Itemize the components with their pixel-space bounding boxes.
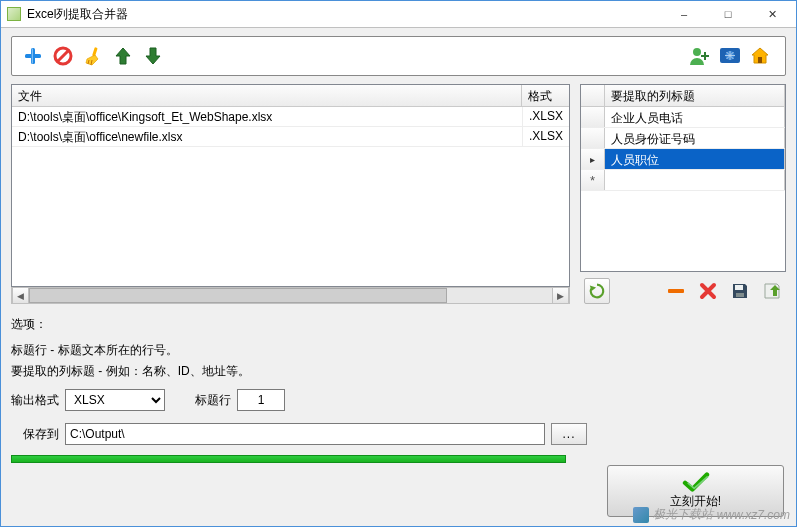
reload-columns-button[interactable]	[584, 278, 610, 304]
cell-file: D:\tools\桌面\office\newfile.xlsx	[12, 127, 522, 146]
column-cell[interactable]	[605, 170, 785, 190]
browse-button-label: ...	[562, 427, 575, 441]
main-split: 文件 格式 D:\tools\桌面\office\Kingsoft_Et_Web…	[11, 84, 786, 304]
account-button[interactable]	[687, 43, 713, 69]
options-label: 选项：	[11, 314, 786, 334]
table-row[interactable]: D:\tools\桌面\office\newfile.xlsx .XLSX	[12, 127, 569, 147]
row-selector[interactable]	[581, 149, 605, 169]
clear-columns-button[interactable]	[694, 278, 722, 304]
options-text: 选项： 标题行 - 标题文本所在的行号。 要提取的列标题 - 例如：名称、ID、…	[11, 314, 786, 381]
cell-format: .XLSX	[522, 107, 569, 126]
scroll-right-icon[interactable]: ▶	[552, 288, 569, 303]
load-columns-button[interactable]	[758, 278, 786, 304]
svg-rect-14	[668, 289, 684, 293]
svg-rect-13	[758, 57, 762, 63]
header-row-input[interactable]	[237, 389, 285, 411]
table-row[interactable]: D:\tools\桌面\office\Kingsoft_Et_WebShape.…	[12, 107, 569, 127]
svg-rect-16	[736, 293, 744, 297]
home-icon	[750, 46, 770, 66]
options-line2: 要提取的列标题 - 例如：名称、ID、地址等。	[11, 361, 786, 381]
start-button[interactable]: 立刻开始!	[607, 465, 784, 517]
col-header-file[interactable]: 文件	[12, 85, 522, 106]
row-selector[interactable]	[581, 107, 605, 127]
svg-line-4	[58, 51, 68, 61]
file-grid-hscroll[interactable]: ◀ ▶	[11, 287, 570, 304]
start-button-label: 立刻开始!	[670, 493, 721, 510]
header-row-label: 标题行	[195, 392, 231, 409]
save-icon	[730, 281, 750, 301]
col-header-title[interactable]: 要提取的列标题	[605, 85, 785, 106]
delete-icon	[698, 281, 718, 301]
column-cell[interactable]: 人员身份证号码	[605, 128, 785, 148]
svg-point-8	[693, 48, 701, 56]
output-format-label: 输出格式	[11, 392, 59, 409]
column-row-new[interactable]	[581, 170, 785, 191]
maximize-button[interactable]: □	[706, 1, 750, 27]
browse-button[interactable]: ...	[551, 423, 587, 445]
svg-rect-10	[701, 55, 709, 57]
arrow-down-icon	[143, 46, 163, 66]
cell-format: .XLSX	[522, 127, 569, 146]
window-controls: – □ ✕	[662, 1, 794, 27]
file-list-panel: 文件 格式 D:\tools\桌面\office\Kingsoft_Et_Web…	[11, 84, 570, 304]
remove-column-button[interactable]	[662, 278, 690, 304]
home-button[interactable]	[747, 43, 773, 69]
save-to-label: 保存到	[23, 426, 59, 443]
minimize-button[interactable]: –	[662, 1, 706, 27]
save-to-input[interactable]	[65, 423, 545, 445]
title-bar: Excel列提取合并器 – □ ✕	[1, 1, 796, 28]
save-to-row: 保存到 ...	[11, 423, 786, 445]
scroll-left-icon[interactable]: ◀	[12, 288, 29, 303]
move-up-button[interactable]	[110, 43, 136, 69]
refresh-icon	[588, 282, 606, 300]
column-cell[interactable]: 企业人员电话	[605, 107, 785, 127]
open-icon	[762, 281, 782, 301]
output-format-row: 输出格式 XLSX 标题行	[11, 389, 786, 411]
file-grid[interactable]: 文件 格式 D:\tools\桌面\office\Kingsoft_Et_Web…	[11, 84, 570, 287]
svg-rect-15	[735, 285, 743, 290]
svg-rect-2	[32, 49, 33, 64]
column-grid-header: 要提取的列标题	[581, 85, 785, 107]
file-grid-body: D:\tools\桌面\office\Kingsoft_Et_WebShape.…	[12, 107, 569, 286]
content-area: 文件 格式 D:\tools\桌面\office\Kingsoft_Et_Web…	[1, 28, 796, 526]
plus-icon	[23, 46, 43, 66]
cell-file: D:\tools\桌面\office\Kingsoft_Et_WebShape.…	[12, 107, 522, 126]
output-format-select[interactable]: XLSX	[65, 389, 165, 411]
options-line1: 标题行 - 标题文本所在的行号。	[11, 340, 786, 360]
row-selector[interactable]	[581, 170, 605, 190]
user-add-icon	[689, 46, 711, 66]
close-button[interactable]: ✕	[750, 1, 794, 27]
column-row[interactable]: 企业人员电话	[581, 107, 785, 128]
move-down-button[interactable]	[140, 43, 166, 69]
column-row[interactable]: 人员身份证号码	[581, 128, 785, 149]
progress-bar	[11, 455, 566, 463]
forbid-icon	[53, 46, 73, 66]
svg-rect-1	[25, 54, 41, 58]
col-header-format[interactable]: 格式	[522, 85, 569, 106]
column-toolbar	[580, 278, 786, 304]
minus-icon	[666, 281, 686, 301]
checkmark-icon	[682, 472, 710, 492]
column-cell[interactable]: 人员职位	[605, 149, 785, 169]
broom-icon	[83, 46, 103, 66]
app-icon	[7, 7, 21, 21]
column-row-selected[interactable]: 人员职位	[581, 149, 785, 170]
language-button[interactable]	[717, 43, 743, 69]
remove-file-button[interactable]	[50, 43, 76, 69]
column-list-panel: 要提取的列标题 企业人员电话 人员身份证号码 人员职位	[580, 84, 786, 304]
clear-button[interactable]	[80, 43, 106, 69]
add-file-button[interactable]	[20, 43, 46, 69]
window-title: Excel列提取合并器	[27, 6, 662, 23]
row-selector[interactable]	[581, 128, 605, 148]
column-grid[interactable]: 要提取的列标题 企业人员电话 人员身份证号码 人员职位	[580, 84, 786, 272]
arrow-up-icon	[113, 46, 133, 66]
main-toolbar	[11, 36, 786, 76]
flag-icon	[719, 46, 741, 66]
save-columns-button[interactable]	[726, 278, 754, 304]
row-selector-header	[581, 85, 605, 106]
file-grid-header: 文件 格式	[12, 85, 569, 107]
